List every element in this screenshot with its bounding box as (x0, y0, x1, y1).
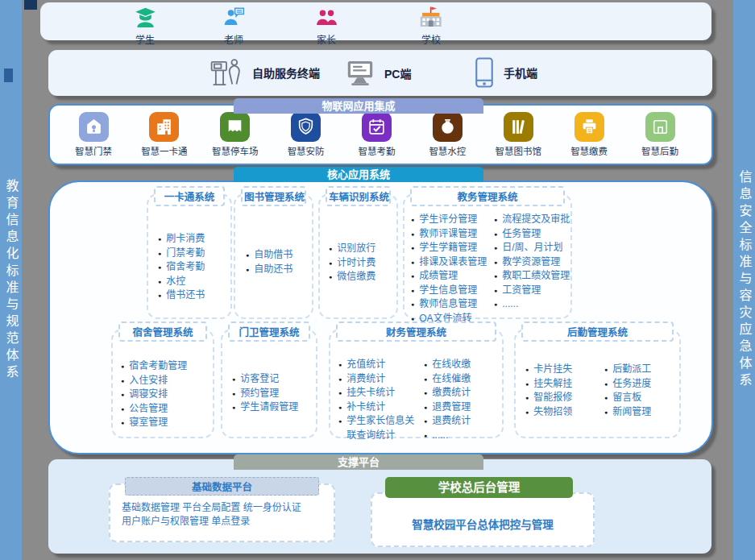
student-icon (135, 6, 156, 28)
admin-backend-content: 智慧校园平台总体把控与管理 (372, 516, 593, 532)
user-group-school: 学校 (395, 6, 467, 46)
list-item: ●教师信息管理 (411, 297, 494, 312)
iot-item-logistics: 智慧后勤 (626, 112, 694, 157)
system-box-library: 图书管理系统 ●自助借书 ●自助还书 (234, 193, 313, 319)
system-box-title: 教务管理系统 (410, 186, 565, 206)
iot-item-door-access: 智慧门禁 (60, 112, 127, 157)
iot-item-security: 智慧安防 (272, 112, 340, 157)
list-item: ●学生学籍管理 (411, 241, 494, 255)
admin-backend-title: 学校总后台管理 (385, 477, 573, 498)
list-item: ●宿舍考勤管理 (121, 359, 211, 374)
system-box-title: 宿舍管理系统 (118, 321, 207, 342)
bullet-icon: ● (494, 284, 497, 298)
bullet-icon: ● (232, 387, 235, 401)
list-item: ●自助还书 (246, 263, 310, 277)
list-item: ●后勤派工 (604, 363, 677, 377)
list-item: ●退费管理 (424, 400, 499, 415)
bullet-icon: ● (411, 241, 414, 255)
bullet-icon: ● (121, 416, 124, 430)
iot-item-onecard: 智慧一卡通 (131, 112, 198, 157)
user-label: 学校 (395, 32, 467, 46)
bullet-icon: ● (329, 242, 332, 256)
list-item: ●计时计费 (329, 256, 395, 271)
list-item: ●新闻管理 (604, 405, 677, 420)
device-group-kiosk: 自助服务终端 (209, 57, 320, 88)
list-item: ●教学资源管理 (494, 255, 570, 270)
device-label: PC端 (384, 65, 411, 81)
teacher-icon (223, 6, 245, 28)
bullet-icon: ● (338, 386, 342, 400)
bullet-icon: ● (338, 400, 342, 415)
list-item: ●门禁考勤 (158, 247, 229, 261)
iot-label: 智慧考勤 (343, 144, 411, 157)
list-item: ●刷卡消费 (158, 232, 229, 247)
system-box-dorm: 宿舍管理系统 ●宿舍考勤管理 ●入住安排 ●调寝安排 ●公告管理 ●寝室管理 (111, 329, 214, 438)
list-item: ●宿舍考勤 (158, 260, 229, 275)
bullet-icon: ● (121, 359, 124, 374)
bullet-icon: ● (424, 386, 427, 400)
bullet-icon: ● (604, 391, 608, 405)
user-label: 学生 (109, 32, 181, 46)
list-item: ●学生信息管理 (411, 284, 494, 298)
support-panel: 基础数据平台 基础数据管理 平台全局配置 统一身份认证 用户账户与权限管理 单点… (48, 459, 711, 554)
corner-decoration (24, 0, 37, 10)
bullet-icon: ● (411, 213, 414, 227)
sidebar-decoration (4, 68, 13, 82)
iot-item-water: 智慧水控 (413, 112, 481, 157)
right-sidebar-text: 信息安全标准与容灾应急体系 (735, 170, 754, 390)
books-icon (504, 112, 533, 142)
device-group-mobile: 手机端 (474, 56, 537, 89)
system-box-title: 后勤管理系统 (521, 321, 674, 342)
system-box-title: 门卫管理系统 (228, 321, 310, 342)
bullet-icon: ● (494, 255, 497, 270)
phone-icon (474, 56, 495, 89)
system-box-onecard: 一卡通系统 ●刷卡消费 ●门禁考勤 ●宿舍考勤 ●水控 ●借书还书 (147, 193, 232, 319)
bullet-icon: ● (246, 248, 249, 263)
devices-panel: 自助服务终端 PC端 手机端 (48, 50, 712, 96)
list-item: ●学生家长信息关联查询统计 (338, 414, 424, 442)
bullet-icon: ● (604, 363, 608, 377)
list-item: ●学生评分管理 (411, 213, 494, 227)
bullet-icon: ● (604, 377, 608, 392)
bullet-icon: ● (121, 374, 124, 388)
door-access-icon (79, 112, 109, 142)
school-icon (418, 6, 444, 28)
building-card-icon (149, 112, 179, 142)
list-item: ●日/周、月计划 (494, 241, 570, 255)
list-item: ●调寝安排 (121, 388, 211, 402)
list-item: ●留言板 (604, 391, 677, 405)
list-item: ●补卡统计 (338, 400, 424, 415)
core-section-tab: 核心应用系统 (234, 167, 483, 182)
iot-label: 智慧门禁 (60, 144, 127, 157)
bullet-icon: ● (411, 269, 414, 284)
water-jar-icon (433, 112, 463, 142)
shield-icon (291, 112, 321, 142)
list-item: ●挂失解挂 (525, 377, 604, 392)
list-item: ●...... (424, 429, 499, 443)
system-box-logistics: 后勤管理系统 ●卡片挂失 ●挂失解挂 ●智能报修 ●失物招领 ●后勤派工 ●任务… (514, 329, 681, 438)
bullet-icon: ● (232, 372, 235, 387)
bullet-icon: ● (494, 213, 497, 227)
bullet-icon: ● (411, 255, 414, 270)
iot-label: 智慧停车场 (201, 144, 269, 157)
calendar-check-icon (362, 112, 392, 142)
bullet-icon: ● (494, 269, 497, 284)
list-item: ●成绩管理 (411, 269, 494, 284)
list-item: ●缴费统计 (424, 386, 499, 400)
bullet-icon: ● (338, 414, 342, 429)
list-item: ●工资管理 (494, 284, 570, 298)
iot-label: 智慧一卡通 (131, 144, 198, 157)
bullet-icon: ● (158, 288, 161, 303)
bullet-icon: ● (525, 405, 529, 420)
iot-item-parking: 智慧停车场 (201, 112, 269, 157)
system-box-title: 一卡通系统 (154, 186, 225, 206)
device-group-pc: PC端 (345, 60, 411, 86)
pc-icon (345, 60, 375, 86)
bullet-icon: ● (424, 429, 427, 443)
list-item: ●入住安排 (121, 374, 211, 388)
list-item: ●借书还书 (158, 288, 229, 303)
iot-label: 智慧图书馆 (484, 144, 552, 157)
system-box-vehicle: 车辆识别系统 ●识别放行 ●计时计费 ●微信缴费 (318, 193, 398, 319)
list-item: ●教师评课管理 (411, 227, 494, 242)
bullet-icon: ● (604, 405, 608, 420)
